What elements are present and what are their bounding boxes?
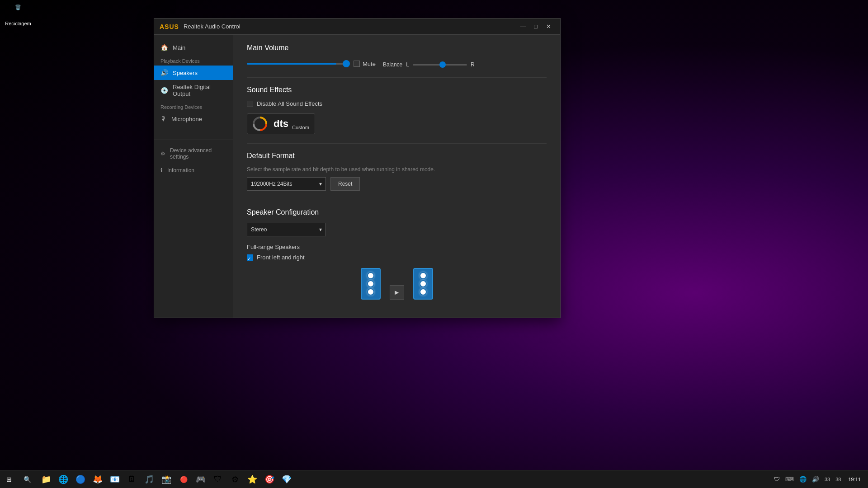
asus-logo: ASUS bbox=[160, 23, 179, 30]
systray-network[interactable]: 🌐 bbox=[797, 475, 808, 483]
systray-wifi[interactable]: 38 bbox=[834, 476, 843, 483]
search-button[interactable]: 🔍 bbox=[18, 470, 36, 488]
sidebar-information-label: Information bbox=[167, 167, 194, 174]
systray: 🛡 ⌨ 🌐 🔊 33 38 bbox=[772, 475, 843, 483]
format-row: 192000Hz 24Bits ▾ Reset bbox=[247, 177, 547, 191]
speaker-dot-6 bbox=[420, 288, 427, 296]
dts-badge[interactable]: dts Custom bbox=[247, 113, 315, 134]
taskbar-apps: 📁 🌐 🔵 🦊 📧 🗓 🎵 📸 🔴 🎮 🛡 ⚙ ⭐ 🎯 💎 bbox=[38, 471, 295, 488]
play-icon: ▶ bbox=[395, 289, 399, 296]
systray-antivirus[interactable]: 🛡 bbox=[772, 475, 782, 483]
systray-keyboard[interactable]: ⌨ bbox=[783, 475, 796, 483]
speaker-dot-4 bbox=[420, 272, 427, 279]
taskbar-app-photos[interactable]: 📸 bbox=[158, 471, 175, 488]
speaker-dot-3 bbox=[367, 288, 374, 296]
dts-logo bbox=[253, 117, 271, 131]
taskbar-right: 🛡 ⌨ 🌐 🔊 33 38 19:11 bbox=[772, 475, 868, 483]
sidebar-item-device-settings[interactable]: ⚙ Device advanced settings bbox=[154, 144, 233, 164]
speaker-dot-1 bbox=[367, 272, 374, 279]
sidebar-advanced-label: Device advanced settings bbox=[170, 147, 226, 160]
window-body: 🏠 Main Playback Devices 🔊 Speakers 💿 Rea… bbox=[154, 35, 560, 318]
right-speaker-icon bbox=[413, 268, 433, 300]
microphone-icon: 🎙 bbox=[160, 115, 167, 122]
taskbar-app-chrome[interactable]: 🔵 bbox=[72, 471, 89, 488]
chevron-down-icon: ▾ bbox=[319, 181, 322, 187]
info-icon: ℹ bbox=[160, 167, 163, 174]
realtek-audio-window: ASUS Realtek Audio Control — □ ✕ 🏠 Main … bbox=[154, 18, 561, 318]
taskbar-app-shield[interactable]: 🛡 bbox=[210, 471, 226, 488]
taskbar-app-star[interactable]: ⭐ bbox=[244, 471, 260, 488]
taskbar-app-game[interactable]: 🎮 bbox=[193, 471, 209, 488]
volume-slider[interactable] bbox=[247, 59, 346, 68]
divider-2 bbox=[247, 143, 547, 144]
systray-volume[interactable]: 🔊 bbox=[810, 475, 821, 483]
disable-sound-effects-row: Disable All Sound Effects bbox=[247, 100, 547, 107]
speaker-config-select[interactable]: Stereo ▾ bbox=[247, 223, 326, 236]
start-button[interactable]: ⊞ bbox=[0, 470, 18, 488]
play-test-button[interactable]: ▶ bbox=[390, 285, 404, 300]
clock[interactable]: 19:11 bbox=[844, 477, 864, 482]
volume-thumb[interactable] bbox=[343, 60, 350, 67]
front-left-right-checkbox[interactable]: ✓ bbox=[247, 254, 253, 261]
dts-custom-text: Custom bbox=[292, 125, 309, 130]
title-bar: ASUS Realtek Audio Control — □ ✕ bbox=[154, 19, 560, 35]
taskbar-app-explorer[interactable]: 📁 bbox=[38, 471, 54, 488]
volume-track bbox=[247, 63, 346, 65]
systray-battery[interactable]: 33 bbox=[823, 476, 832, 483]
speaker-icon: 🔊 bbox=[160, 69, 168, 76]
main-volume-section: Main Volume Mute Balance L bbox=[247, 44, 547, 69]
maximize-button[interactable]: □ bbox=[529, 20, 542, 33]
sidebar-item-information[interactable]: ℹ Information bbox=[154, 164, 233, 177]
taskbar-app-firefox[interactable]: 🦊 bbox=[90, 471, 106, 488]
sidebar-item-digital-output[interactable]: 💿 Realtek Digital Output bbox=[154, 80, 233, 101]
format-select-value: 192000Hz 24Bits bbox=[251, 181, 292, 187]
close-button[interactable]: ✕ bbox=[542, 20, 555, 33]
speaker-visualization: ▶ bbox=[247, 268, 547, 300]
taskbar-app-red[interactable]: 🔴 bbox=[175, 471, 192, 488]
taskbar-app-edge[interactable]: 🌐 bbox=[55, 471, 71, 488]
recording-devices-section-label: Recording Devices bbox=[154, 101, 233, 112]
minimize-button[interactable]: — bbox=[517, 20, 529, 33]
taskbar-app-mail[interactable]: 📧 bbox=[107, 471, 123, 488]
divider-3 bbox=[247, 200, 547, 200]
sidebar-speakers-label: Speakers bbox=[173, 70, 198, 76]
default-format-title: Default Format bbox=[247, 152, 547, 160]
taskbar-app-extra1[interactable]: 🎯 bbox=[261, 471, 278, 488]
balance-track bbox=[413, 64, 467, 66]
taskbar-app-calendar[interactable]: 🗓 bbox=[124, 471, 140, 488]
dts-logo-svg bbox=[253, 117, 271, 131]
speaker-dot-2 bbox=[367, 280, 374, 287]
speaker-chevron-down-icon: ▾ bbox=[319, 226, 322, 233]
sidebar-item-main[interactable]: 🏠 Main bbox=[154, 40, 233, 55]
balance-label: Balance bbox=[383, 61, 402, 68]
volume-fill bbox=[247, 63, 336, 65]
default-format-section: Default Format Select the sample rate an… bbox=[247, 152, 547, 191]
taskbar: ⊞ 🔍 📁 🌐 🔵 🦊 📧 🗓 🎵 📸 🔴 🎮 🛡 ⚙ ⭐ 🎯 💎 🛡 ⌨ 🌐 … bbox=[0, 470, 868, 488]
mute-checkbox[interactable] bbox=[354, 61, 360, 67]
sidebar-item-speakers[interactable]: 🔊 Speakers bbox=[154, 66, 233, 80]
disable-effects-checkbox[interactable] bbox=[247, 101, 253, 107]
volume-row: Mute Balance L R bbox=[247, 58, 547, 69]
taskbar-app-settings[interactable]: ⚙ bbox=[227, 471, 243, 488]
format-select[interactable]: 192000Hz 24Bits ▾ bbox=[247, 177, 326, 191]
sidebar: 🏠 Main Playback Devices 🔊 Speakers 💿 Rea… bbox=[154, 35, 233, 318]
speaker-config-section: Speaker Configuration Stereo ▾ Full-rang… bbox=[247, 208, 547, 300]
home-icon: 🏠 bbox=[160, 44, 168, 51]
recycle-bin-icon[interactable]: 🗑️ Reciclagem bbox=[5, 5, 32, 26]
window-controls: — □ ✕ bbox=[517, 20, 555, 33]
sound-effects-section: Sound Effects Disable All Sound Effects bbox=[247, 86, 547, 134]
main-content: Main Volume Mute Balance L bbox=[233, 35, 560, 318]
reset-label: Reset bbox=[338, 181, 352, 187]
divider-1 bbox=[247, 77, 547, 78]
balance-thumb[interactable] bbox=[439, 61, 446, 68]
mute-row: Mute bbox=[354, 61, 376, 67]
sidebar-item-microphone[interactable]: 🎙 Microphone bbox=[154, 112, 233, 126]
recycle-bin-label: Reciclagem bbox=[5, 21, 31, 26]
mute-label: Mute bbox=[363, 61, 376, 67]
format-description: Select the sample rate and bit depth to … bbox=[247, 166, 547, 173]
speaker-dot-5 bbox=[420, 280, 427, 287]
reset-button[interactable]: Reset bbox=[330, 177, 360, 191]
balance-slider[interactable] bbox=[413, 60, 467, 69]
taskbar-app-extra2[interactable]: 💎 bbox=[278, 471, 295, 488]
taskbar-app-media[interactable]: 🎵 bbox=[141, 471, 157, 488]
